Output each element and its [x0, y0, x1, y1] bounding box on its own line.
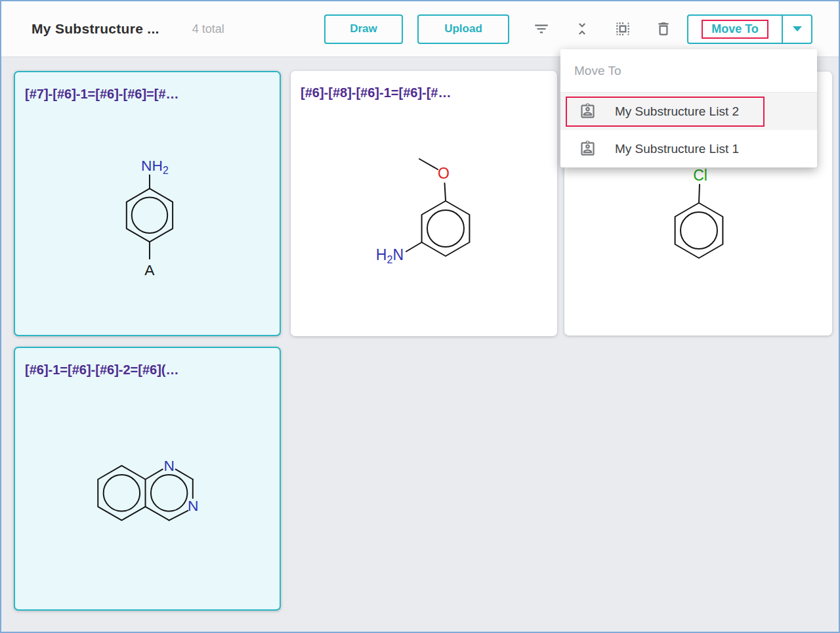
substructure-card-4[interactable]: [#6]-1=[#6]-[#6]-2=[#6](… N N	[14, 347, 281, 611]
app-window: My Substructure ... 4 total Draw Upload	[0, 0, 840, 633]
move-to-button[interactable]: Move To	[688, 16, 782, 43]
molecule-aniline: NH2 A	[15, 72, 280, 335]
filter-button[interactable]	[533, 20, 550, 37]
atom-label-n3: N	[188, 498, 198, 515]
benzene-ring	[422, 201, 470, 256]
atom-label-n1: N	[163, 457, 174, 474]
menu-item-my-substructure-list-2[interactable]: My Substructure List 2	[560, 93, 817, 130]
bond-o-ring	[445, 183, 446, 200]
collapse-all-icon	[574, 20, 591, 37]
molecule-3-methoxyaniline: O H2N	[291, 71, 557, 336]
benzene-ring	[127, 188, 173, 242]
substructure-card-2[interactable]: [#6]-[#8]-[#6]-1=[#6]-[#… O H2N	[291, 71, 557, 336]
move-to-split-button: Move To	[687, 14, 812, 44]
atom-label-h2n: H2N	[376, 246, 404, 265]
contact-badge-icon	[579, 102, 597, 120]
page-title: My Substructure ...	[32, 21, 159, 37]
menu-item-my-substructure-list-1[interactable]: My Substructure List 1	[560, 130, 817, 167]
atom-label-a: A	[144, 261, 155, 278]
bond-cl	[699, 185, 700, 203]
move-to-menu-header: Move To	[560, 49, 817, 93]
fused-rings	[98, 466, 193, 520]
filter-icon	[533, 20, 550, 37]
upload-button[interactable]: Upload	[417, 14, 509, 44]
bond-nh2	[406, 242, 422, 251]
chevron-down-icon	[793, 26, 802, 32]
move-to-dropdown-button[interactable]	[782, 16, 811, 43]
benzene-ring	[675, 203, 723, 258]
menu-item-label: My Substructure List 2	[615, 104, 739, 119]
move-to-button-label: Move To	[711, 22, 759, 35]
select-all-button[interactable]	[614, 20, 631, 37]
molecule-quinazoline: N N	[15, 348, 280, 609]
draw-button[interactable]: Draw	[324, 14, 403, 44]
delete-button[interactable]	[655, 20, 672, 37]
annotation-highlight-move-to: Move To	[702, 20, 768, 39]
total-count: 4 total	[192, 22, 224, 36]
menu-item-label: My Substructure List 1	[615, 142, 739, 156]
substructure-card-1[interactable]: [#7]-[#6]-1=[#6]-[#6]=[#… NH2 A	[14, 71, 281, 336]
atom-label-cl: Cl	[693, 167, 707, 184]
contact-badge-icon	[579, 140, 597, 158]
bond-methyl	[419, 159, 438, 169]
delete-icon	[655, 20, 672, 37]
move-to-menu: Move To My Substructure List 2 My Substr…	[560, 49, 817, 167]
collapse-all-button[interactable]	[574, 20, 591, 37]
atom-label-nh2: NH2	[141, 157, 169, 176]
select-all-icon	[614, 20, 631, 37]
atom-label-o: O	[438, 165, 450, 182]
